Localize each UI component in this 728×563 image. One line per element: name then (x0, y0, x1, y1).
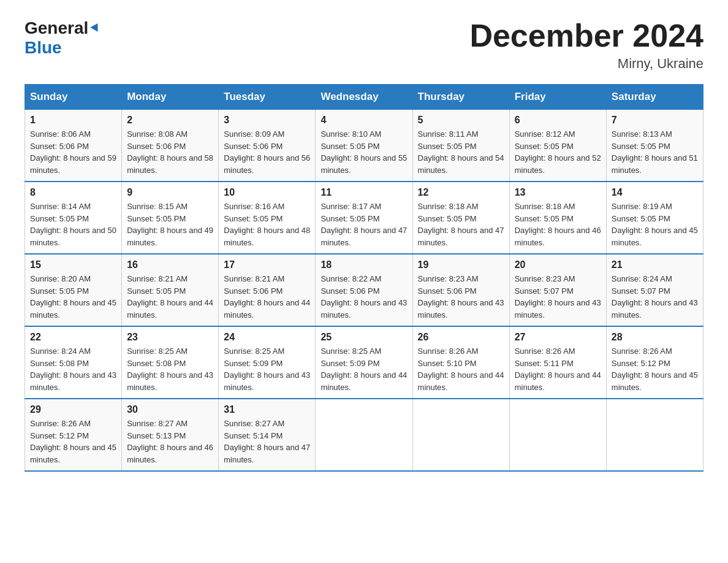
logo-blue: Blue (25, 38, 62, 57)
table-row: 11 Sunrise: 8:17 AMSunset: 5:05 PMDaylig… (316, 182, 412, 254)
table-row: 10 Sunrise: 8:16 AMSunset: 5:05 PMDaylig… (219, 182, 316, 254)
day-info: Sunrise: 8:15 AMSunset: 5:05 PMDaylight:… (127, 202, 213, 247)
table-row: 30 Sunrise: 8:27 AMSunset: 5:13 PMDaylig… (122, 399, 219, 471)
day-info: Sunrise: 8:11 AMSunset: 5:05 PMDaylight:… (418, 129, 504, 175)
day-number: 15 (30, 259, 116, 270)
day-info: Sunrise: 8:14 AMSunset: 5:05 PMDaylight:… (30, 202, 116, 247)
day-number: 25 (320, 332, 407, 343)
day-info: Sunrise: 8:09 AMSunset: 5:06 PMDaylight:… (224, 129, 310, 175)
day-info: Sunrise: 8:27 AMSunset: 5:14 PMDaylight:… (224, 419, 310, 464)
table-row: 5 Sunrise: 8:11 AMSunset: 5:05 PMDayligh… (412, 110, 509, 182)
day-info: Sunrise: 8:13 AMSunset: 5:05 PMDaylight:… (612, 129, 698, 175)
day-number: 28 (612, 332, 698, 343)
day-number: 19 (418, 259, 504, 270)
col-saturday: Saturday (606, 85, 703, 110)
day-number: 10 (224, 187, 310, 198)
day-number: 29 (30, 404, 116, 415)
table-row: 28 Sunrise: 8:26 AMSunset: 5:12 PMDaylig… (606, 326, 703, 399)
table-row: 31 Sunrise: 8:27 AMSunset: 5:14 PMDaylig… (219, 399, 316, 471)
day-info: Sunrise: 8:18 AMSunset: 5:05 PMDaylight:… (418, 202, 504, 247)
day-info: Sunrise: 8:22 AMSunset: 5:06 PMDaylight:… (320, 274, 407, 320)
day-info: Sunrise: 8:25 AMSunset: 5:08 PMDaylight:… (127, 347, 213, 392)
day-info: Sunrise: 8:21 AMSunset: 5:06 PMDaylight:… (224, 274, 310, 320)
day-info: Sunrise: 8:23 AMSunset: 5:06 PMDaylight:… (418, 274, 504, 320)
table-row: 18 Sunrise: 8:22 AMSunset: 5:06 PMDaylig… (316, 254, 412, 326)
table-row: 20 Sunrise: 8:23 AMSunset: 5:07 PMDaylig… (509, 254, 606, 326)
day-number: 7 (612, 115, 698, 126)
day-number: 16 (127, 259, 213, 270)
day-info: Sunrise: 8:24 AMSunset: 5:08 PMDaylight:… (30, 347, 116, 392)
logo-arrow-icon (90, 21, 101, 35)
table-row: 14 Sunrise: 8:19 AMSunset: 5:05 PMDaylig… (606, 182, 703, 254)
table-row: 24 Sunrise: 8:25 AMSunset: 5:09 PMDaylig… (219, 326, 316, 399)
day-info: Sunrise: 8:23 AMSunset: 5:07 PMDaylight:… (515, 274, 601, 320)
day-number: 18 (320, 259, 407, 270)
logo-general: General (25, 18, 88, 38)
day-number: 6 (515, 115, 601, 126)
calendar-header: Sunday Monday Tuesday Wednesday Thursday… (25, 85, 703, 110)
table-row: 12 Sunrise: 8:18 AMSunset: 5:05 PMDaylig… (412, 182, 509, 254)
day-info: Sunrise: 8:26 AMSunset: 5:10 PMDaylight:… (418, 347, 504, 392)
table-row: 25 Sunrise: 8:25 AMSunset: 5:09 PMDaylig… (316, 326, 412, 399)
table-row (412, 399, 509, 471)
table-row: 8 Sunrise: 8:14 AMSunset: 5:05 PMDayligh… (25, 182, 122, 254)
table-row: 23 Sunrise: 8:25 AMSunset: 5:08 PMDaylig… (122, 326, 219, 399)
col-tuesday: Tuesday (219, 85, 316, 110)
day-number: 5 (418, 115, 504, 126)
logo: General Blue (25, 18, 101, 58)
title-block: December 2024 Mirny, Ukraine (469, 18, 703, 72)
day-info: Sunrise: 8:26 AMSunset: 5:12 PMDaylight:… (30, 419, 116, 464)
col-friday: Friday (509, 85, 606, 110)
table-row (606, 399, 703, 471)
day-info: Sunrise: 8:19 AMSunset: 5:05 PMDaylight:… (612, 202, 698, 247)
table-row: 6 Sunrise: 8:12 AMSunset: 5:05 PMDayligh… (509, 110, 606, 182)
table-row: 15 Sunrise: 8:20 AMSunset: 5:05 PMDaylig… (25, 254, 122, 326)
table-row: 27 Sunrise: 8:26 AMSunset: 5:11 PMDaylig… (509, 326, 606, 399)
day-number: 3 (224, 115, 310, 126)
day-info: Sunrise: 8:21 AMSunset: 5:05 PMDaylight:… (127, 274, 213, 320)
table-row: 2 Sunrise: 8:08 AMSunset: 5:06 PMDayligh… (122, 110, 219, 182)
day-number: 27 (515, 332, 601, 343)
day-number: 17 (224, 259, 310, 270)
table-row: 29 Sunrise: 8:26 AMSunset: 5:12 PMDaylig… (25, 399, 122, 471)
day-info: Sunrise: 8:08 AMSunset: 5:06 PMDaylight:… (127, 129, 213, 175)
table-row: 26 Sunrise: 8:26 AMSunset: 5:10 PMDaylig… (412, 326, 509, 399)
day-info: Sunrise: 8:16 AMSunset: 5:05 PMDaylight:… (224, 202, 310, 247)
table-row: 4 Sunrise: 8:10 AMSunset: 5:05 PMDayligh… (316, 110, 412, 182)
day-number: 11 (320, 187, 407, 198)
table-row: 22 Sunrise: 8:24 AMSunset: 5:08 PMDaylig… (25, 326, 122, 399)
day-info: Sunrise: 8:06 AMSunset: 5:06 PMDaylight:… (30, 129, 116, 175)
calendar-body: 1 Sunrise: 8:06 AMSunset: 5:06 PMDayligh… (25, 110, 703, 472)
table-row: 3 Sunrise: 8:09 AMSunset: 5:06 PMDayligh… (219, 110, 316, 182)
col-thursday: Thursday (412, 85, 509, 110)
day-number: 8 (30, 187, 116, 198)
location: Mirny, Ukraine (469, 56, 703, 72)
day-number: 1 (30, 115, 116, 126)
calendar-table: Sunday Monday Tuesday Wednesday Thursday… (25, 84, 703, 472)
day-info: Sunrise: 8:24 AMSunset: 5:07 PMDaylight:… (612, 274, 698, 320)
day-number: 12 (418, 187, 504, 198)
day-info: Sunrise: 8:26 AMSunset: 5:11 PMDaylight:… (515, 347, 601, 392)
day-number: 2 (127, 115, 213, 126)
table-row (316, 399, 412, 471)
day-info: Sunrise: 8:25 AMSunset: 5:09 PMDaylight:… (224, 347, 310, 392)
day-number: 26 (418, 332, 504, 343)
day-number: 13 (515, 187, 601, 198)
day-info: Sunrise: 8:26 AMSunset: 5:12 PMDaylight:… (612, 347, 698, 392)
day-number: 20 (515, 259, 601, 270)
day-number: 9 (127, 187, 213, 198)
svg-marker-0 (91, 21, 102, 32)
day-info: Sunrise: 8:27 AMSunset: 5:13 PMDaylight:… (127, 419, 213, 464)
table-row: 21 Sunrise: 8:24 AMSunset: 5:07 PMDaylig… (606, 254, 703, 326)
day-info: Sunrise: 8:18 AMSunset: 5:05 PMDaylight:… (515, 202, 601, 247)
table-row: 13 Sunrise: 8:18 AMSunset: 5:05 PMDaylig… (509, 182, 606, 254)
day-number: 24 (224, 332, 310, 343)
day-number: 4 (320, 115, 407, 126)
day-number: 14 (612, 187, 698, 198)
table-row: 1 Sunrise: 8:06 AMSunset: 5:06 PMDayligh… (25, 110, 122, 182)
page-header: General Blue December 2024 Mirny, Ukrain… (25, 18, 703, 72)
day-info: Sunrise: 8:25 AMSunset: 5:09 PMDaylight:… (320, 347, 407, 392)
day-info: Sunrise: 8:10 AMSunset: 5:05 PMDaylight:… (320, 129, 407, 175)
day-number: 30 (127, 404, 213, 415)
day-number: 23 (127, 332, 213, 343)
